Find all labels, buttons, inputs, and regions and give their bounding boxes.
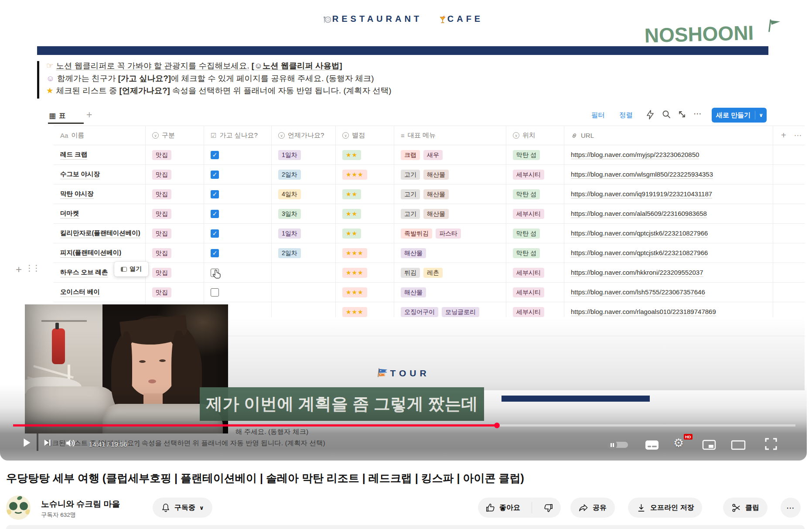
menu-tag[interactable]: 고기 xyxy=(401,170,420,180)
cell-location[interactable]: 막탄 섬 xyxy=(506,243,564,263)
more-options-icon[interactable]: ⋯ xyxy=(693,109,702,119)
cell-location[interactable]: 세부시티 xyxy=(506,165,564,184)
category-tag[interactable]: 맛집 xyxy=(152,170,171,180)
url-link[interactable]: https://blog.naver.com/lsh5755/223067357… xyxy=(571,288,705,297)
checkbox-checked[interactable]: ✓ xyxy=(211,249,219,257)
page-name-link[interactable]: 레드 크랩 xyxy=(60,150,87,160)
new-entry-button[interactable]: 새로 만들기 ∨ xyxy=(712,108,767,123)
cell-rating[interactable]: ★★★ xyxy=(336,165,394,184)
cell-want-to-go[interactable]: ✓ xyxy=(204,165,272,184)
row-add-button[interactable]: + xyxy=(16,263,22,276)
theater-mode-button[interactable] xyxy=(731,440,746,452)
subscribed-button[interactable]: 구독중 ∨ xyxy=(153,498,212,518)
rating-tag[interactable]: ★★★ xyxy=(342,287,367,297)
menu-tag[interactable]: 해산물 xyxy=(423,209,449,219)
location-tag[interactable]: 세부시티 xyxy=(513,170,544,180)
cell-category[interactable]: 맛집 xyxy=(146,224,204,243)
add-view-button[interactable]: + xyxy=(86,109,92,121)
column-header-언제가나요?[interactable]: ∨언제가나요? xyxy=(272,126,336,145)
column-header-이름[interactable]: Aa이름 xyxy=(54,126,146,145)
column-header-URL[interactable]: URL xyxy=(564,126,773,145)
next-button[interactable] xyxy=(41,437,53,451)
progress-bar[interactable] xyxy=(13,424,795,427)
category-tag[interactable]: 맛집 xyxy=(152,248,171,258)
category-tag[interactable]: 맛집 xyxy=(152,229,171,239)
menu-tag[interactable]: 해산물 xyxy=(423,170,449,180)
cell-url[interactable]: https://blog.naver.com/wlsgml850/2232259… xyxy=(564,165,773,184)
cell-rating[interactable]: ★★ xyxy=(336,224,394,243)
channel-name[interactable]: 노슈니와 슈크림 마을 xyxy=(41,498,120,510)
cell-day[interactable] xyxy=(272,263,336,282)
rating-tag[interactable]: ★★★ xyxy=(342,170,367,180)
sort-button[interactable]: 정렬 xyxy=(619,111,633,120)
day-tag[interactable]: 1일차 xyxy=(278,229,301,239)
clip-button[interactable]: 클립 xyxy=(723,498,768,518)
cell-menu[interactable]: 해산물 xyxy=(394,283,506,302)
day-tag[interactable]: 2일차 xyxy=(278,170,301,180)
menu-tag[interactable]: 새우 xyxy=(423,150,443,160)
offline-save-button[interactable]: 오프라인 저장 xyxy=(628,498,702,518)
cell-menu[interactable]: 튀김레촌 xyxy=(394,263,506,282)
location-tag[interactable]: 막탄 섬 xyxy=(513,229,540,239)
table-more-icon[interactable]: ⋯ xyxy=(794,131,802,140)
progress-scrubber[interactable] xyxy=(494,423,500,428)
page-name-link[interactable]: 피지(플랜테이션베이) xyxy=(60,249,121,258)
cell-name[interactable]: 피지(플랜테이션베이) xyxy=(54,243,146,263)
cell-category[interactable]: 맛집 xyxy=(146,263,204,282)
webclipper-guide-link[interactable]: [☺노션 웹클리퍼 사용법] xyxy=(252,61,342,70)
column-header-별점[interactable]: ∨별점 xyxy=(336,126,394,145)
like-button[interactable]: 좋아요 xyxy=(478,498,528,518)
location-tag[interactable]: 세부시티 xyxy=(513,287,544,297)
day-tag[interactable]: 1일차 xyxy=(278,150,301,160)
cell-rating[interactable]: ★★ xyxy=(336,145,394,164)
category-tag[interactable]: 맛집 xyxy=(152,189,171,199)
menu-tag[interactable]: 해산물 xyxy=(423,189,449,199)
location-tag[interactable]: 막탄 섬 xyxy=(513,150,540,160)
location-tag[interactable]: 세부시티 xyxy=(513,268,544,278)
more-actions-button[interactable]: ⋯ xyxy=(781,498,801,518)
cell-want-to-go[interactable]: ✓ xyxy=(204,204,272,223)
rating-tag[interactable]: ★★ xyxy=(342,189,361,199)
checkbox-checked[interactable]: ✓ xyxy=(211,151,219,159)
volume-icon[interactable] xyxy=(64,437,77,451)
rating-tag[interactable]: ★★ xyxy=(342,209,361,219)
cell-rating[interactable]: ★★ xyxy=(336,204,394,223)
description-box-edge[interactable] xyxy=(6,525,805,529)
cell-location[interactable]: 막탄 섬 xyxy=(506,224,564,243)
menu-tag[interactable]: 레촌 xyxy=(423,268,443,278)
automation-bolt-icon[interactable] xyxy=(646,110,654,121)
category-tag[interactable]: 맛집 xyxy=(152,209,171,219)
cell-category[interactable]: 맛집 xyxy=(146,184,204,204)
category-tag[interactable]: 맛집 xyxy=(152,287,171,297)
menu-tag[interactable]: 족발튀김 xyxy=(401,229,432,239)
rating-tag[interactable]: ★★ xyxy=(342,229,361,239)
day-tag[interactable]: 2일차 xyxy=(278,248,301,258)
menu-tag[interactable]: 파스타 xyxy=(436,229,461,239)
autoplay-toggle[interactable] xyxy=(609,442,628,448)
play-button[interactable] xyxy=(19,435,34,452)
page-name-link[interactable]: 킬리만자로(플랜테이션베이) xyxy=(60,229,140,238)
cell-want-to-go[interactable]: ✓ xyxy=(204,224,272,243)
table-row[interactable]: 더마켓맛집✓3일차★★고기해산물세부시티https://blog.naver.c… xyxy=(54,204,805,224)
column-header-위치[interactable]: ∨위치 xyxy=(506,126,564,145)
day-tag[interactable]: 3일차 xyxy=(278,209,301,219)
category-tag[interactable]: 맛집 xyxy=(152,268,171,278)
url-link[interactable]: https://blog.naver.com/qptcjstk6/2232108… xyxy=(571,229,708,238)
cell-category[interactable]: 맛집 xyxy=(146,165,204,184)
cell-day[interactable]: 2일차 xyxy=(272,243,336,263)
cell-want-to-go[interactable]: ✓ xyxy=(204,145,272,164)
location-tag[interactable]: 세부시티 xyxy=(513,307,544,317)
cell-url[interactable]: https://blog.naver.com/qptcjstk6/2232108… xyxy=(564,243,773,263)
cell-day[interactable]: 1일차 xyxy=(272,145,336,164)
cell-day[interactable]: 2일차 xyxy=(272,165,336,184)
checkbox-checked[interactable]: ✓ xyxy=(211,171,219,179)
video-player[interactable]: RESTAURANT CAFE NOSHOONI ☞노션 웹클리퍼로 꼭 가봐야… xyxy=(0,0,807,461)
cell-category[interactable]: 맛집 xyxy=(146,145,204,164)
share-button[interactable]: 공유 xyxy=(570,498,615,518)
tab-table-view[interactable]: ▦ 표 xyxy=(49,109,66,122)
cell-day[interactable] xyxy=(272,283,336,302)
dislike-button[interactable] xyxy=(536,498,561,518)
page-name-link[interactable]: 더마켓 xyxy=(60,209,79,218)
url-link[interactable]: https://blog.naver.com/iq9191919/2232104… xyxy=(571,190,712,198)
open-page-button[interactable]: 열기 xyxy=(114,262,148,276)
